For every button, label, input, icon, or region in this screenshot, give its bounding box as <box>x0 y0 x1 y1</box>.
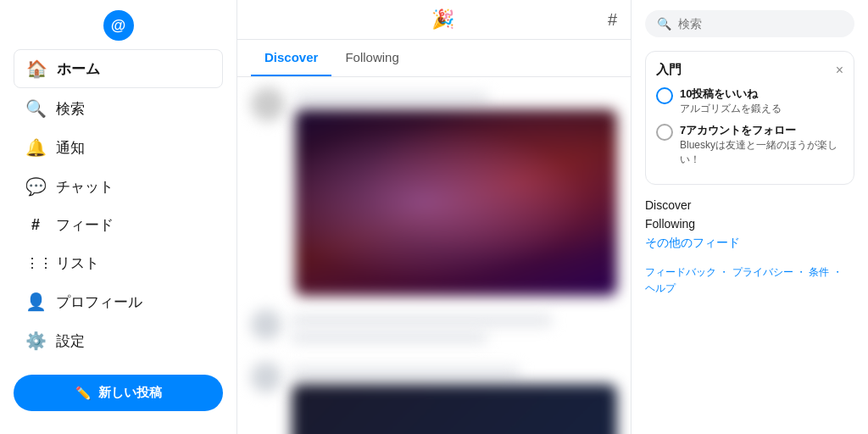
chat-icon: 💬 <box>25 176 46 197</box>
feeds-icon: # <box>25 216 46 234</box>
post-image <box>292 384 617 434</box>
progress-circle <box>656 124 673 141</box>
footer-link-help[interactable]: ヘルプ <box>645 282 676 294</box>
sidebar-item-label: フィード <box>56 215 114 235</box>
feed-link-other[interactable]: その他のフィード <box>645 236 854 251</box>
post-meta <box>292 367 520 379</box>
feed-content <box>237 77 631 434</box>
sidebar-item-settings[interactable]: ⚙️ 設定 <box>14 322 223 359</box>
new-post-button[interactable]: ✏️ 新しい投稿 <box>14 375 223 411</box>
post-card <box>251 87 617 296</box>
sidebar-item-notifications[interactable]: 🔔 通知 <box>14 129 223 166</box>
sidebar-item-feeds[interactable]: # フィード <box>14 207 223 243</box>
post-image <box>295 109 617 296</box>
profile-icon: 👤 <box>25 292 46 312</box>
intro-section: 入門 × 10投稿をいいね アルゴリズムを鍛える 7アカウントをフォロー Blu… <box>645 51 854 185</box>
avatar <box>251 309 281 340</box>
avatar <box>251 87 285 121</box>
sidebar-item-label: ホーム <box>57 59 100 79</box>
intro-text: 10投稿をいいね アルゴリズムを鍛える <box>680 86 782 116</box>
lists-icon: ⋮⋮ <box>25 255 46 271</box>
post-body <box>295 87 617 296</box>
sidebar-item-label: 検索 <box>56 99 85 119</box>
tab-discover[interactable]: Discover <box>251 40 331 76</box>
sidebar-item-label: リスト <box>56 253 99 273</box>
feed-link-following[interactable]: Following <box>645 217 854 231</box>
search-icon: 🔍 <box>657 17 671 31</box>
new-post-label: 新しい投稿 <box>98 385 162 401</box>
home-icon: 🏠 <box>26 58 47 79</box>
intro-close-button[interactable]: × <box>836 63 843 78</box>
intro-header: 入門 × <box>656 62 843 78</box>
intro-title: 入門 <box>656 62 682 78</box>
new-post-icon: ✏️ <box>75 386 92 401</box>
post-body <box>292 309 617 348</box>
post-meta <box>295 92 488 104</box>
hashtag-icon[interactable]: # <box>608 10 617 30</box>
intro-text: 7アカウントをフォロー Blueskyは友達と一緒のほうが楽しい！ <box>680 123 843 167</box>
logo-icon[interactable]: @ <box>103 10 134 41</box>
sidebar-item-label: 設定 <box>56 331 85 351</box>
intro-item-likes: 10投稿をいいね アルゴリズムを鍛える <box>656 86 843 116</box>
footer-link-feedback[interactable]: フィードバック <box>645 266 716 278</box>
tabs-bar: Discover Following <box>237 40 631 77</box>
sidebar-item-profile[interactable]: 👤 プロフィール <box>14 283 223 320</box>
sidebar-item-chat[interactable]: 💬 チャット <box>14 168 223 205</box>
right-sidebar: 🔍 入門 × 10投稿をいいね アルゴリズムを鍛える 7アカウントをフォロー B… <box>631 0 868 434</box>
logo-area: @ <box>14 10 223 41</box>
feed-links: Discover Following その他のフィード <box>645 198 854 251</box>
sidebar-item-label: プロフィール <box>56 292 142 312</box>
search-box[interactable]: 🔍 <box>645 10 854 37</box>
sidebar-item-label: 通知 <box>56 138 85 158</box>
left-sidebar: @ 🏠 ホーム 🔍 検索 🔔 通知 💬 チャット # フィード ⋮⋮ リスト 👤… <box>0 0 237 434</box>
footer-link-terms[interactable]: 条件 <box>809 266 829 278</box>
header-center-icon: 🎉 <box>431 8 454 31</box>
feed-link-discover[interactable]: Discover <box>645 198 854 212</box>
sidebar-item-label: チャット <box>56 177 114 197</box>
post-body <box>292 362 617 434</box>
tab-following[interactable]: Following <box>331 40 412 76</box>
footer-links: フィードバック ・ プライバシー ・ 条件 ・ ヘルプ <box>645 264 854 297</box>
progress-circle <box>656 87 673 104</box>
main-header: 🎉 # <box>237 0 631 40</box>
post-meta <box>292 314 552 326</box>
bell-icon: 🔔 <box>25 137 46 158</box>
post-text <box>292 331 487 343</box>
search-nav-icon: 🔍 <box>25 98 46 119</box>
main-content: 🎉 # Discover Following <box>237 0 631 434</box>
post-card <box>251 309 617 348</box>
avatar <box>251 362 281 392</box>
intro-item-follow: 7アカウントをフォロー Blueskyは友達と一緒のほうが楽しい！ <box>656 123 843 167</box>
sidebar-item-home[interactable]: 🏠 ホーム <box>14 49 223 88</box>
post-card <box>251 362 617 434</box>
sidebar-item-search[interactable]: 🔍 検索 <box>14 90 223 127</box>
gear-icon: ⚙️ <box>25 331 46 351</box>
sidebar-item-lists[interactable]: ⋮⋮ リスト <box>14 245 223 281</box>
search-input[interactable] <box>678 17 843 31</box>
footer-link-privacy[interactable]: プライバシー <box>732 266 793 278</box>
